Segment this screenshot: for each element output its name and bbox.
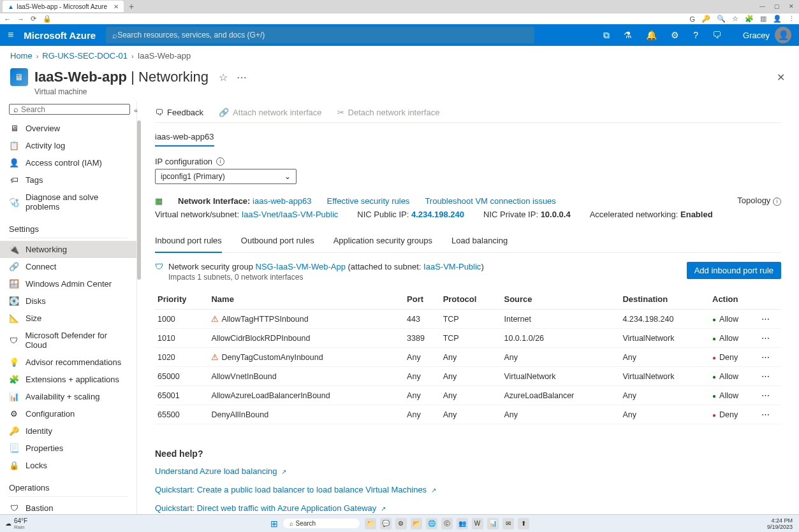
troubleshoot-link[interactable]: Troubleshoot VM connection issues [425,196,555,206]
sidebar-item[interactable]: 🔗Connect [0,258,136,275]
table-row[interactable]: 65500DenyAllInBoundAnyAnyAnyAnyDeny⋯ [155,405,781,424]
profile-icon[interactable]: 👤 [773,15,782,23]
detach-nic-button[interactable]: ✂Detach network interface [337,108,440,117]
vnet-link[interactable]: IaaS-Vnet/IaaS-VM-Public [242,210,339,219]
app-icon[interactable]: Ⓒ [441,518,453,524]
zoom-icon[interactable]: 🔍 [717,15,726,23]
sidebar-item[interactable]: 👤Access control (IAM) [0,154,136,171]
col-priority[interactable]: Priority [155,289,209,310]
col-destination[interactable]: Destination [620,289,710,310]
effective-rules-link[interactable]: Effective security rules [327,196,410,206]
app-icon[interactable]: 💬 [380,518,392,524]
sidebar-item[interactable]: 📋Activity log [0,137,136,154]
close-window-button[interactable]: ✕ [789,3,794,10]
collapse-sidebar-icon[interactable]: « [134,106,138,114]
app-icon[interactable]: 📊 [487,518,499,524]
sidebar-search[interactable]: ⌕ [9,104,130,115]
col-port[interactable]: Port [404,289,441,310]
breadcrumb-home[interactable]: Home [10,51,33,61]
help-link[interactable]: Understand Azure load balancing ↗ [155,466,781,476]
tab-asg[interactable]: Application security groups [334,236,432,252]
table-row[interactable]: 1010AllowCidrBlockRDPInbound3389TCP10.0.… [155,329,781,348]
app-icon[interactable]: W [472,518,483,524]
help-link[interactable]: Quickstart: Create a public load balance… [155,485,781,494]
close-blade-icon[interactable]: ✕ [777,71,789,83]
tab-outbound[interactable]: Outbound port rules [241,236,314,252]
sidebar-item[interactable]: 🪟Windows Admin Center [0,275,136,292]
table-row[interactable]: 65000AllowVnetInBoundAnyAnyVirtualNetwor… [155,367,781,386]
global-search[interactable]: ⌕ [106,27,534,43]
app-icon[interactable]: 📁 [365,518,376,524]
row-menu[interactable]: ⋯ [759,367,781,386]
breadcrumb-rg[interactable]: RG-UKS-SEC-DOC-01 [42,51,128,61]
minimize-button[interactable]: — [759,3,765,10]
new-tab-button[interactable]: + [129,1,134,11]
col-action[interactable]: Action [710,289,759,310]
back-button[interactable]: ← [4,15,11,23]
weather-widget[interactable]: ☁ 64°F Rain [0,517,33,524]
start-button[interactable]: ⊞ [270,519,278,524]
settings-icon[interactable]: ⚙ [671,30,679,40]
app-icon[interactable]: ⬆ [518,518,529,524]
help-link[interactable]: Quickstart: Direct web traffic with Azur… [155,503,781,513]
sidebar-item[interactable]: 🛡Microsoft Defender for Cloud [0,327,136,354]
tab-loadbalancing[interactable]: Load balancing [451,236,508,252]
sidebar-item[interactable]: 🏷Tags [0,171,136,189]
sidebar-search-input[interactable] [21,105,126,114]
sidebar-item[interactable]: 💽Disks [0,292,136,310]
tab-inbound[interactable]: Inbound port rules [155,236,222,253]
cloud-shell-icon[interactable]: ⧉ [603,30,610,41]
sidebar-item[interactable]: 🖥Overview [0,120,136,137]
maximize-button[interactable]: ▢ [774,3,780,10]
clock[interactable]: 4:24 PM 9/19/2023 [761,517,799,524]
col-name[interactable]: Name [209,289,404,310]
user-area[interactable]: Gracey 👤 [743,27,791,43]
ni-link[interactable]: iaas-web-app63 [253,196,312,206]
feedback-icon[interactable]: 🗨 [712,30,721,40]
scrollbar[interactable] [137,120,141,280]
browser-tab[interactable]: ▲ IaaS-Web-app - Microsoft Azure ✕ [3,1,124,12]
info-icon[interactable]: i [216,157,224,166]
sidebar-item[interactable]: 🩺Diagnose and solve problems [0,189,136,215]
pubip-value[interactable]: 4.234.198.240 [411,210,464,219]
sidebar-item[interactable]: 📊Availability + scaling [0,388,136,405]
search-input[interactable] [117,31,528,40]
sidebar-item[interactable]: ⚙Configuration [0,405,136,422]
row-menu[interactable]: ⋯ [759,405,781,424]
filter-icon[interactable]: ⚗ [624,30,632,40]
more-icon[interactable]: ⋯ [237,71,247,83]
row-menu[interactable]: ⋯ [759,310,781,329]
sidebar-item[interactable]: 💡Advisor recommendations [0,354,136,371]
table-row[interactable]: 65001AllowAzureLoadBalancerInBoundAnyAny… [155,386,781,405]
help-icon[interactable]: ? [693,30,698,40]
sidebar-item[interactable]: 🔌Networking [0,241,136,258]
brand[interactable]: Microsoft Azure [24,30,96,41]
sidebar-item[interactable]: 📐Size [0,310,136,327]
sidebar-item[interactable]: 🔒Locks [0,457,136,474]
sidebar-item[interactable]: 📃Properties [0,440,136,457]
nsg-link[interactable]: NSG-IaaS-VM-Web-App [256,262,346,271]
extensions-icon[interactable]: 🧩 [745,15,754,23]
app-icon[interactable]: 🌐 [426,518,437,524]
ip-config-select[interactable]: ipconfig1 (Primary) ⌄ [155,169,297,184]
tab-close-icon[interactable]: ✕ [114,3,119,10]
subnet-link[interactable]: IaaS-VM-Public [423,262,481,271]
add-inbound-rule-button[interactable]: Add inbound port rule [687,262,781,279]
sidebar-item[interactable]: 🧩Extensions + applications [0,371,136,388]
google-icon[interactable]: G [689,15,695,23]
col-protocol[interactable]: Protocol [441,289,502,310]
nic-tab[interactable]: iaas-web-app63 [155,132,214,147]
forward-button[interactable]: → [17,15,24,23]
col-source[interactable]: Source [501,289,620,310]
feedback-button[interactable]: 🗨Feedback [155,108,203,117]
taskbar-search[interactable]: ⌕ Search [283,519,360,523]
app-icon[interactable]: ⚙ [395,518,407,524]
app-icon[interactable]: 📂 [411,518,422,524]
refresh-button[interactable]: ⟳ [31,15,36,23]
row-menu[interactable]: ⋯ [759,386,781,405]
app-icon[interactable]: 👥 [457,518,468,524]
pin-icon[interactable]: ☆ [219,71,228,83]
key-icon[interactable]: 🔑 [701,15,710,23]
info-icon[interactable]: i [773,198,781,206]
table-row[interactable]: 1000⚠AllowTagHTTPSInbound443TCPInternet4… [155,310,781,329]
